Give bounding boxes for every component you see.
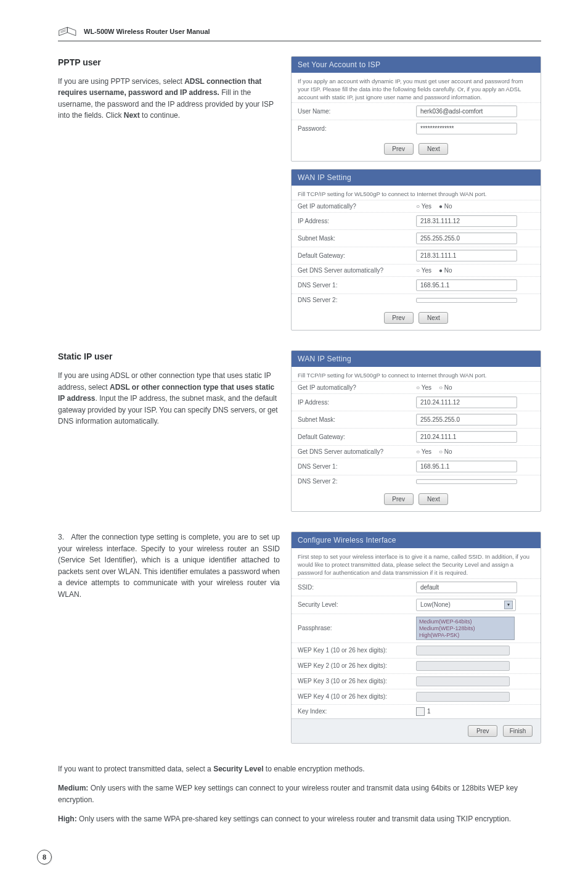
- panel-wan1-title: WAN IP Setting: [292, 170, 541, 186]
- gw-label-2: Default Gateway:: [298, 433, 416, 440]
- below-p2: Medium: Only users with the same WEP key…: [58, 782, 541, 806]
- book-logo-icon: [58, 25, 79, 38]
- step3-body: 3. After the connection type setting is …: [58, 532, 280, 601]
- ip-label: IP Address:: [298, 218, 416, 224]
- passphrase-dropdown-open[interactable]: Medium(WEP-64bits) Medium(WEP-128bits) H…: [416, 617, 515, 640]
- prev-button[interactable]: Prev: [384, 143, 414, 155]
- user-name-label: User Name:: [298, 108, 416, 115]
- panel-wireless-title: Configure Wireless Interface: [292, 532, 541, 548]
- dns2-input-2[interactable]: [416, 479, 517, 484]
- autodns-yes-radio-2[interactable]: ○ Yes: [416, 448, 431, 455]
- sec-option-high[interactable]: High(WPA-PSK): [419, 632, 512, 638]
- wep-key4-label: WEP Key 4 (10 or 26 hex digits):: [298, 693, 416, 700]
- autoip-no-radio-2[interactable]: ○ No: [439, 384, 452, 391]
- pptp-body: If you are using PPTP services, select A…: [58, 76, 280, 121]
- panel-wireless-config: Configure Wireless Interface First step …: [291, 532, 541, 743]
- finish-button[interactable]: Finish: [503, 725, 533, 737]
- panel-wan1-desc: Fill TCP/IP setting for WL500gP to conne…: [292, 186, 541, 200]
- gw-input-2[interactable]: 210.24.111.1: [416, 431, 517, 443]
- wep-key3-label: WEP Key 3 (10 or 26 hex digits):: [298, 678, 416, 684]
- mask-input-2[interactable]: 255.255.255.0: [416, 414, 517, 425]
- dns1-input[interactable]: 168.95.1.1: [416, 279, 517, 291]
- autodns-no-radio-2[interactable]: ○ No: [439, 448, 452, 455]
- wep-key2-input[interactable]: [416, 661, 510, 671]
- autoip-label: Get IP automatically?: [298, 203, 416, 210]
- dns1-label: DNS Server 1:: [298, 282, 416, 289]
- gw-label: Default Gateway:: [298, 252, 416, 259]
- sec-option-medium128[interactable]: Medium(WEP-128bits): [419, 625, 512, 631]
- ssid-input[interactable]: default: [416, 581, 517, 593]
- next-button[interactable]: Next: [419, 493, 448, 505]
- dns2-label: DNS Server 2:: [298, 297, 416, 303]
- panel-account-isp: Set Your Account to ISP If you apply an …: [291, 56, 541, 162]
- below-p1: If you want to protect transmitted data,…: [58, 763, 541, 775]
- ip-label-2: IP Address:: [298, 399, 416, 406]
- autoip-no-radio[interactable]: ● No: [439, 203, 452, 210]
- wep-key1-input[interactable]: [416, 646, 510, 655]
- ip-input-2[interactable]: 210.24.111.12: [416, 396, 517, 408]
- user-name-input[interactable]: herk036@adsl-comfort: [416, 105, 517, 117]
- next-button[interactable]: Next: [419, 143, 448, 155]
- chevron-down-icon: ▾: [504, 601, 513, 609]
- autoip-label-2: Get IP automatically?: [298, 384, 416, 391]
- passphrase-label: Passphrase:: [298, 625, 416, 631]
- autodns-no-radio[interactable]: ● No: [439, 267, 452, 274]
- sec-option-medium64[interactable]: Medium(WEP-64bits): [419, 618, 512, 625]
- static-heading: Static IP user: [58, 350, 280, 364]
- security-level-label: Security Level:: [298, 601, 416, 608]
- prev-button[interactable]: Prev: [384, 312, 414, 324]
- autoip-yes-radio-2[interactable]: ○ Yes: [416, 384, 431, 391]
- mask-label: Subnet Mask:: [298, 235, 416, 242]
- panel-wan-ip-2: WAN IP Setting Fill TCP/IP setting for W…: [291, 350, 541, 512]
- autodns-yes-radio[interactable]: ○ Yes: [416, 267, 431, 274]
- password-label: Password:: [298, 125, 416, 132]
- static-body: If you are using ADSL or other connectio…: [58, 370, 280, 427]
- prev-button[interactable]: Prev: [384, 493, 414, 505]
- panel-account-desc: If you apply an account with dynamic IP,…: [292, 73, 541, 102]
- autodns-label-2: Get DNS Server automatically?: [298, 448, 416, 455]
- below-p3: High: Only users with the same WPA pre-s…: [58, 813, 541, 825]
- gw-input[interactable]: 218.31.111.1: [416, 250, 517, 261]
- key-index-select[interactable]: 1: [416, 707, 431, 716]
- dns2-label-2: DNS Server 2:: [298, 478, 416, 485]
- dns1-label-2: DNS Server 1:: [298, 463, 416, 470]
- panel-account-title: Set Your Account to ISP: [292, 57, 541, 73]
- dns2-input[interactable]: [416, 298, 517, 303]
- next-button[interactable]: Next: [419, 312, 448, 324]
- wep-key2-label: WEP Key 2 (10 or 26 hex digits):: [298, 662, 416, 669]
- wep-key3-input[interactable]: [416, 676, 510, 686]
- mask-label-2: Subnet Mask:: [298, 416, 416, 423]
- pptp-heading: PPTP user: [58, 56, 280, 70]
- key-index-label: Key Index:: [298, 708, 416, 715]
- security-level-select[interactable]: Low(None) ▾: [416, 599, 516, 611]
- autoip-yes-radio[interactable]: ○ Yes: [416, 203, 431, 210]
- autodns-label: Get DNS Server automatically?: [298, 267, 416, 274]
- page-number: 8: [37, 850, 52, 865]
- dns1-input-2[interactable]: 168.95.1.1: [416, 461, 517, 472]
- panel-wan2-desc: Fill TCP/IP setting for WL500gP to conne…: [292, 367, 541, 381]
- panel-wireless-desc: First step to set your wireless interfac…: [292, 548, 541, 578]
- mask-input[interactable]: 255.255.255.0: [416, 232, 517, 244]
- prev-button[interactable]: Prev: [468, 725, 497, 737]
- ip-input[interactable]: 218.31.111.12: [416, 215, 517, 227]
- wep-key4-input[interactable]: [416, 692, 510, 702]
- panel-wan-ip-1: WAN IP Setting Fill TCP/IP setting for W…: [291, 169, 541, 331]
- password-input[interactable]: **************: [416, 123, 517, 134]
- wep-key1-label: WEP Key 1 (10 or 26 hex digits):: [298, 647, 416, 654]
- page-header-title: WL-500W Wireless Router User Manual: [84, 28, 210, 35]
- panel-wan2-title: WAN IP Setting: [292, 351, 541, 367]
- ssid-label: SSID:: [298, 584, 416, 591]
